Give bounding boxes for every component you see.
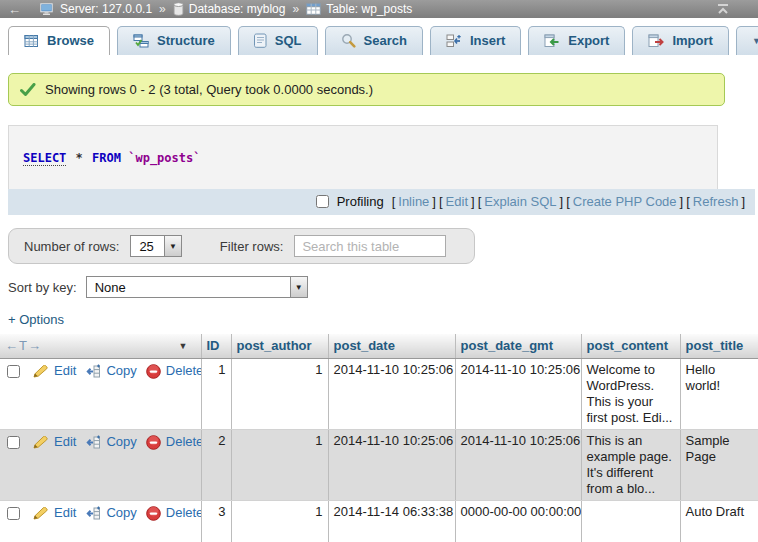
rows-controls: Number of rows: 25 ▼ Filter rows: [8,228,475,264]
search-icon [341,33,356,48]
bracket: ] [432,194,436,209]
tab-insert[interactable]: Insert [430,26,521,55]
delete-link-label: Delete [166,505,201,521]
filter-rows-label: Filter rows: [220,239,284,254]
breadcrumb-database-label: Database: myblog [189,2,286,16]
column-header-post-date-gmt[interactable]: post_date_gmt [455,334,581,359]
browse-icon [24,34,39,48]
filter-rows-input[interactable] [294,235,446,257]
delete-icon [146,364,161,379]
server-icon [40,3,55,16]
column-header-post-date[interactable]: post_date [328,334,455,359]
cell-post-content: Welcome to WordPress. This is your first… [581,359,680,430]
bracket: [ [439,194,443,209]
delete-link[interactable]: Delete [146,505,201,521]
bracket: ] [741,194,745,209]
breadcrumb-table-label: Table: wp_posts [326,2,412,16]
sort-key-select[interactable]: None ▼ [86,276,308,298]
column-header-post-title[interactable]: post_title [680,334,758,359]
copy-icon [85,435,101,450]
bracket: [ [686,194,690,209]
edit-link[interactable]: Edit [33,363,76,379]
tab-export[interactable]: Export [528,26,625,55]
table-row: Edit Copy Delete 2 1 2014-11-10 1 [0,430,758,501]
cell-post-content [581,501,680,542]
refresh-link[interactable]: Refresh [693,194,739,209]
tab-more[interactable]: ▼ More [736,26,758,55]
structure-icon [133,34,149,48]
column-header-post-author[interactable]: post_author [231,334,328,359]
cell-post-title: Auto Draft [680,501,758,542]
inline-link[interactable]: Inline [398,194,429,209]
sql-keyword-select[interactable]: SELECT [23,151,66,166]
back-arrow-icon[interactable]: ← [8,2,21,17]
create-php-code-link[interactable]: Create PHP Code [573,194,677,209]
tab-search[interactable]: Search [325,26,423,55]
row-checkbox[interactable] [7,365,20,378]
cell-id: 1 [201,359,231,430]
sql-table-identifier: `wp_posts` [128,151,200,165]
breadcrumb-server[interactable]: Server: 127.0.0.1 [40,2,152,16]
profiling-label: Profiling [337,194,384,209]
edit-link[interactable]: Edit [33,505,76,521]
select-arrow-icon: ▼ [164,236,181,256]
tab-browse[interactable]: Browse [8,26,110,55]
copy-link[interactable]: Copy [85,505,136,521]
cell-post-date: 2014-11-10 10:25:06 [328,359,455,430]
edit-link[interactable]: Edit [33,434,76,450]
copy-link-label: Copy [106,505,136,521]
tab-label: Browse [47,33,94,48]
explain-sql-link[interactable]: Explain SQL [484,194,556,209]
delete-icon [146,435,161,450]
bracket: ] [680,194,684,209]
profiling-toggle[interactable]: Profiling [312,192,384,211]
row-checkbox[interactable] [7,436,20,449]
cell-id: 3 [201,501,231,542]
breadcrumb-table[interactable]: Table: wp_posts [306,2,412,16]
import-icon [648,34,664,48]
tab-sql[interactable]: SQL [238,26,318,55]
edit-link-label: Edit [54,363,76,379]
cell-post-date: 2014-11-10 10:25:06 [328,430,455,501]
actions-column-header: ←T→ ▼ [0,334,201,359]
tab-label: Insert [470,33,505,48]
header-dropdown-icon[interactable]: ▼ [179,338,196,354]
cell-post-date-gmt: 2014-11-10 10:25:06 [455,359,581,430]
status-message: Showing rows 0 - 2 (3 total, Query took … [8,73,725,106]
phpmyadmin-window: ← Server: 127.0.0.1 » Database: myblog »… [0,0,758,542]
breadcrumb-database[interactable]: Database: myblog [173,2,286,16]
table-header-row: ←T→ ▼ ID post_author post_date post_date… [0,334,758,359]
bracket: [ [566,194,570,209]
edit-link-label: Edit [54,505,76,521]
cell-post-author: 1 [231,430,328,501]
tab-structure[interactable]: Structure [117,26,231,55]
tab-bar: Browse Structure SQL Search Insert Expor… [0,18,758,55]
breadcrumb-server-label: Server: 127.0.0.1 [60,2,152,16]
row-actions-cell: Edit Copy Delete [0,359,201,430]
tab-import[interactable]: Import [632,26,728,55]
column-header-id[interactable]: ID [201,334,231,359]
table-row: Edit Copy Delete 3 1 2014-11-14 0 [0,501,758,542]
pencil-icon [33,507,49,520]
delete-link[interactable]: Delete [146,363,201,379]
copy-link[interactable]: Copy [85,434,136,450]
table-icon [306,3,321,15]
row-marker[interactable]: ←T→ [5,338,42,354]
delete-link-label: Delete [166,434,201,450]
breadcrumb-separator: » [292,2,299,16]
options-toggle[interactable]: + Options [8,312,64,327]
edit-link-label: Edit [54,434,76,450]
cell-post-author: 1 [231,501,328,542]
collapse-icon[interactable] [716,3,730,15]
copy-icon [85,364,101,379]
rows-per-page-select[interactable]: 25 ▼ [130,235,181,257]
bracket: ] [471,194,475,209]
copy-link[interactable]: Copy [85,363,136,379]
delete-link[interactable]: Delete [146,434,201,450]
tab-label: Export [568,33,609,48]
edit-query-link[interactable]: Edit [446,194,468,209]
row-checkbox[interactable] [7,507,20,520]
profiling-checkbox[interactable] [316,195,329,208]
column-header-post-content[interactable]: post_content [581,334,680,359]
sort-by-key-label: Sort by key: [8,280,77,295]
